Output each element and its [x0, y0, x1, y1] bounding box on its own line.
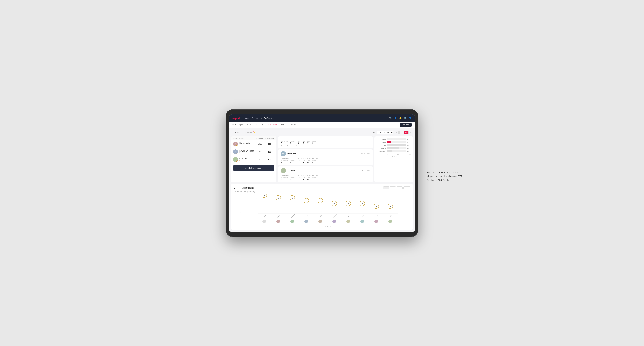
stat-label-rounds: Total Rounds	[281, 138, 294, 140]
svg-text:3x: 3x	[390, 206, 391, 207]
rank-badge-2: 2	[236, 153, 238, 154]
svg-text:E. Crossman: E. Crossman	[331, 213, 337, 219]
col-score-header: PB SCORE	[255, 137, 265, 139]
stat-value-rees-putt: 0	[312, 162, 316, 164]
bar-row-eagles: Eagles 3	[376, 138, 411, 140]
card-date-josh: 26 Aug 2023	[362, 170, 370, 172]
card-view-icon[interactable]: ▦	[404, 131, 408, 134]
streak-filter-ott[interactable]: OTT	[383, 186, 389, 189]
stat-row-rees: Tournament 8 Practice 4	[281, 160, 294, 164]
user-icon[interactable]: 👤	[394, 117, 397, 119]
stat-app-top: APP 0	[303, 140, 306, 144]
bar-value-pars: 499	[407, 144, 411, 146]
nav-my-performance[interactable]: My Performance	[261, 117, 275, 119]
svg-text:B. McHarg: B. McHarg	[276, 214, 281, 219]
subnav-pga[interactable]: PGA	[248, 124, 251, 126]
svg-point-50	[290, 220, 294, 223]
bar-track-birdies	[387, 141, 406, 143]
bell-icon[interactable]: 🔔	[399, 117, 402, 119]
player-score-1: 19/20	[255, 143, 265, 145]
stat-value-arg-top: 0	[308, 142, 310, 144]
player-info-2: Edward Crossman ♥	[240, 150, 255, 154]
bar-value-eagles: 3	[407, 138, 411, 140]
time-filter-select[interactable]: Last 3 months Last 6 months This year Al…	[377, 131, 394, 134]
stat-value-practice-top: 6	[290, 142, 294, 144]
bar-track-bogeys	[387, 147, 406, 149]
bar-label-bogeys: Bogeys	[376, 147, 386, 149]
svg-text:0: 0	[256, 213, 258, 215]
player-avg-3: 103	[265, 159, 274, 161]
stat-value-rees-arg: 0	[308, 162, 310, 164]
card-stats-top: Total Rounds Tournament 7 Practice	[281, 138, 370, 144]
bar-fill-eagles	[387, 138, 387, 140]
card-name-josh: Josh Coles	[287, 170, 298, 172]
stat-value-josh-arg: 0	[308, 178, 310, 180]
stat-label-rees-practice: Total Practice Activities	[298, 158, 318, 159]
grid-view-icon[interactable]: ⊞	[395, 131, 399, 134]
subnav-team-clippd[interactable]: Team Clippd	[267, 123, 277, 126]
stat-sublabel-practice: Practice	[290, 140, 294, 142]
card-header-josh: JC Josh Coles 26 Aug 2023	[281, 168, 370, 173]
card-avatar-rees: RB	[281, 151, 286, 156]
tab-tournament[interactable]: Tournament	[287, 145, 294, 147]
avatar-icon[interactable]: 👤	[409, 117, 412, 119]
search-icon[interactable]: 🔍	[389, 117, 392, 119]
subnav-hcaps[interactable]: Hcaps 1-5	[255, 124, 263, 126]
stat-value-rees-tournament: 8	[281, 162, 288, 164]
streaks-header: Best Round Streaks OTT APP ARG PUTT	[234, 186, 410, 189]
svg-text:D. Billingham: D. Billingham	[289, 213, 296, 220]
tab-practice[interactable]: Practice	[296, 145, 301, 147]
subnav-tour[interactable]: Tour	[280, 124, 284, 126]
annotation-box: Here you can see streaks your players ha…	[427, 171, 466, 182]
bar-fill-dbogeys	[387, 150, 392, 152]
list-view-icon[interactable]: ☰	[399, 131, 403, 134]
player-score-3: 17/20	[255, 159, 265, 161]
edit-team-icon[interactable]: ✏️	[253, 131, 255, 133]
stat-value-putt-top: 1	[312, 142, 316, 144]
stat-row-josh: Tournament 7 Practice 2	[281, 177, 294, 180]
view-leaderboard-button[interactable]: View Full Leaderboard	[233, 166, 274, 171]
nav-home[interactable]: Home	[244, 117, 249, 119]
bar-label-eagles: Eagles	[376, 138, 386, 140]
subnav-pgat[interactable]: PGAT Players	[232, 124, 244, 126]
nav-teams[interactable]: Teams	[252, 117, 258, 119]
table-view-icon[interactable]: ↕	[408, 131, 412, 134]
chart-panel: Eagles 3 Birdies	[374, 137, 413, 182]
svg-point-49	[276, 220, 280, 223]
main-content: Team Clippd | 14 Players ✏️ Show Last 3 …	[229, 128, 415, 232]
bar-label-pars: Pars	[376, 144, 386, 146]
top-section: PLAYER NAME PB SCORE PB AVG SQ RB 1 Ric	[231, 137, 413, 182]
streaks-subtitle: Off The Tee, Fairway Accuracy	[234, 191, 410, 192]
stat-rees-practice: Practice 4	[290, 160, 294, 164]
streak-filter-app[interactable]: APP	[390, 186, 396, 189]
stat-label-josh-rounds: Total Rounds	[281, 175, 294, 176]
streak-filter-putt[interactable]: PUTT	[404, 186, 410, 189]
tab-rounds[interactable]: Rounds	[281, 145, 286, 147]
stat-sublabel-josh-ott: OTT	[298, 177, 301, 178]
bar-row-pars: Pars 499	[376, 144, 411, 146]
stat-group-rees-practice: Total Practice Activities OTT 0 APP	[298, 158, 318, 164]
settings-icon[interactable]: ⚙️	[404, 117, 407, 119]
svg-point-55	[360, 220, 364, 223]
stat-value-ott-top: 0	[298, 142, 301, 144]
annotation-text: Here you can see streaks your players ha…	[427, 171, 466, 182]
stat-josh-putt: PUTT 1	[312, 177, 316, 180]
streak-filter-arg[interactable]: ARG	[396, 186, 403, 189]
show-label: Show	[371, 132, 376, 133]
svg-text:E. Ewert: E. Ewert	[262, 214, 266, 219]
svg-text:D. Ford: D. Ford	[346, 215, 350, 218]
add-team-button[interactable]: Add Team	[400, 123, 412, 127]
bar-value-birdies: 96	[407, 141, 411, 143]
players-label: Players	[246, 225, 410, 227]
player-count-label: 14 Players	[245, 132, 252, 133]
player-name-3: Cameron...	[240, 158, 255, 160]
svg-text:4x: 4x	[362, 203, 363, 204]
subnav-all-players[interactable]: All Players	[287, 124, 296, 126]
stat-group-practice-acts: Total Practice Activities OTT 0 APP	[298, 138, 318, 144]
svg-text:4x: 4x	[334, 203, 335, 204]
stat-group-rounds: Total Rounds Tournament 7 Practice	[281, 138, 294, 144]
card-avatar-josh: JC	[281, 168, 286, 173]
player-avg-1: 110	[265, 143, 274, 145]
bar-chart: Eagles 3 Birdies	[376, 138, 411, 152]
streaks-title: Best Round Streaks	[234, 187, 254, 189]
